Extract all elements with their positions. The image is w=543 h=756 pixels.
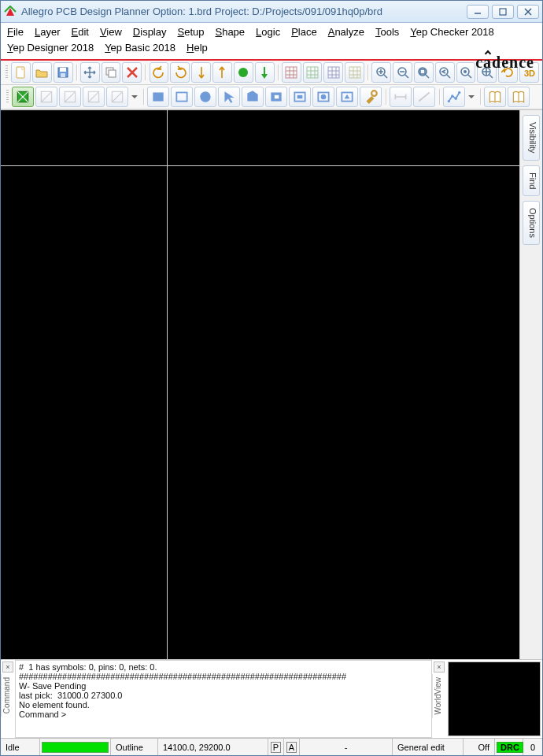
redo-icon[interactable] xyxy=(170,62,190,83)
zoom-fit-icon[interactable] xyxy=(414,62,434,83)
worldview-panel[interactable] xyxy=(448,662,541,736)
zoom-out-icon[interactable] xyxy=(393,62,412,83)
zoom-sel-icon[interactable] xyxy=(456,62,476,83)
pin-icon[interactable] xyxy=(255,62,275,83)
menu-yep-checker-2018[interactable]: Yep Checker 2018 xyxy=(410,24,494,40)
void-poly-icon[interactable] xyxy=(336,87,358,107)
app-icon xyxy=(4,6,17,18)
svg-point-19 xyxy=(464,70,467,73)
void-rect-icon[interactable] xyxy=(289,87,311,107)
void-circle-icon[interactable] xyxy=(312,87,334,107)
toolbar-grip[interactable] xyxy=(4,62,9,83)
book-a-icon[interactable] xyxy=(484,87,506,107)
console-line: No element found. xyxy=(19,700,428,710)
zoom-prev-icon[interactable] xyxy=(435,62,455,83)
side-tabs: VisibilityFindOptions xyxy=(520,110,542,659)
shape-tool-icon[interactable] xyxy=(360,87,382,107)
mirror-h-icon[interactable] xyxy=(212,62,232,83)
svg-rect-5 xyxy=(61,73,65,77)
menu-edit[interactable]: Edit xyxy=(72,24,89,40)
svg-point-29 xyxy=(200,91,210,102)
svg-point-39 xyxy=(451,94,453,97)
dim-a-icon[interactable] xyxy=(390,87,412,107)
status-mode[interactable]: General edit xyxy=(393,739,464,755)
menu-place[interactable]: Place xyxy=(291,24,317,40)
shape-rect-icon[interactable] xyxy=(171,87,193,107)
status-layer[interactable]: Outline xyxy=(111,739,158,755)
menu-yep-designer-2018[interactable]: Yep Designer 2018 xyxy=(7,40,94,56)
worldview-close-button[interactable]: × xyxy=(434,662,445,673)
shape-circle-icon[interactable] xyxy=(194,87,216,107)
worldview-label: WorldView xyxy=(432,674,446,717)
design-canvas[interactable] xyxy=(1,110,520,659)
layer-3-icon[interactable] xyxy=(59,87,81,107)
toolbar-dropdown-arrow[interactable] xyxy=(130,87,139,107)
layer-5-icon[interactable] xyxy=(106,87,128,107)
select-icon[interactable] xyxy=(218,87,240,107)
graph-icon[interactable] xyxy=(443,87,465,107)
dim-b-icon[interactable] xyxy=(413,87,435,107)
close-button[interactable] xyxy=(517,5,539,19)
console-close-button[interactable]: × xyxy=(2,662,13,673)
zoom-in-icon[interactable] xyxy=(371,62,391,83)
svg-rect-7 xyxy=(109,70,116,77)
status-flag-p[interactable]: P xyxy=(268,739,284,755)
save-file-icon[interactable] xyxy=(54,62,73,83)
menu-file[interactable]: File xyxy=(7,24,24,40)
status-snap[interactable]: Off xyxy=(464,739,495,755)
layer-4-icon[interactable] xyxy=(83,87,105,107)
status-dash: - xyxy=(300,739,393,755)
shape-poly-icon[interactable] xyxy=(242,87,264,107)
status-flag-a[interactable]: A xyxy=(284,739,300,755)
console-line: # 1 has symbols: 0, pins: 0, nets: 0. xyxy=(19,662,428,672)
menu-setup[interactable]: Setup xyxy=(178,24,205,40)
sidetab-options[interactable]: Options xyxy=(523,201,540,245)
toolbar-grip[interactable] xyxy=(4,87,10,107)
layer-2-icon[interactable] xyxy=(35,87,57,107)
toolbar-dropdown-arrow[interactable] xyxy=(467,87,476,107)
menu-layer[interactable]: Layer xyxy=(35,24,61,40)
toolbar-separator xyxy=(141,87,146,107)
book-b-icon[interactable] xyxy=(508,87,530,107)
open-file-icon[interactable] xyxy=(32,62,52,83)
svg-rect-1 xyxy=(500,9,506,15)
svg-rect-4 xyxy=(60,68,66,72)
maximize-button[interactable] xyxy=(492,5,514,19)
shape-cut-icon[interactable] xyxy=(265,87,287,107)
grid-a-icon[interactable] xyxy=(282,62,301,83)
menu-analyze[interactable]: Analyze xyxy=(328,24,364,40)
copy-icon[interactable] xyxy=(102,62,121,83)
toolbar-separator xyxy=(383,87,388,107)
menu-shape[interactable]: Shape xyxy=(215,24,245,40)
status-drc-count: 0 xyxy=(523,739,542,755)
layer-active-icon[interactable] xyxy=(12,87,34,107)
menu-logic[interactable]: Logic xyxy=(256,24,280,40)
sidetab-visibility[interactable]: Visibility xyxy=(523,115,540,161)
toolbar-separator xyxy=(478,87,482,107)
grid-d-icon[interactable] xyxy=(345,62,364,83)
minimize-button[interactable] xyxy=(467,5,489,19)
sidetab-find[interactable]: Find xyxy=(523,165,540,196)
menu-view[interactable]: View xyxy=(100,24,122,40)
menu-yep-basic-2018[interactable]: Yep Basic 2018 xyxy=(105,40,175,56)
undo-icon[interactable] xyxy=(150,62,169,83)
new-file-icon[interactable] xyxy=(11,62,31,83)
move-icon[interactable] xyxy=(80,62,100,83)
console-output[interactable]: # 1 has symbols: 0, pins: 0, nets: 0.###… xyxy=(15,660,432,738)
menu-display[interactable]: Display xyxy=(133,24,167,40)
svg-point-38 xyxy=(448,100,450,102)
layer-shape-toolbar xyxy=(1,85,542,109)
statusbar: Idle Outline 14100.0, 29200.0 P A - Gene… xyxy=(1,738,542,755)
drc-run-icon[interactable] xyxy=(234,62,253,83)
grid-b-icon[interactable] xyxy=(303,62,323,83)
grid-c-icon[interactable] xyxy=(323,62,343,83)
menu-tools[interactable]: Tools xyxy=(375,24,399,40)
delete-icon[interactable] xyxy=(122,62,142,83)
menu-help[interactable]: Help xyxy=(187,40,208,56)
svg-rect-2 xyxy=(17,67,24,78)
console-line: ########################################… xyxy=(19,672,428,681)
status-drc[interactable]: DRC xyxy=(495,739,523,755)
shape-rect-fill-icon[interactable] xyxy=(147,87,169,107)
toolbar-separator xyxy=(276,62,280,83)
mirror-v-icon[interactable] xyxy=(191,62,211,83)
